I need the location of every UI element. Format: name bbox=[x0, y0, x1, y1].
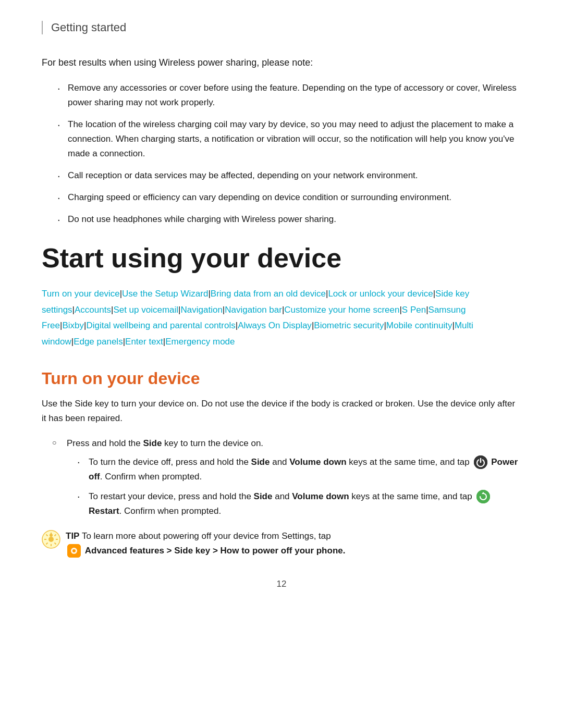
toc-link-edge-panels[interactable]: Edge panels bbox=[74, 337, 123, 347]
toc-link-bring-data[interactable]: Bring data from an old device bbox=[211, 289, 326, 299]
advanced-features-icon bbox=[67, 544, 81, 558]
restart-icon bbox=[476, 490, 490, 503]
sub-steps-list: To turn the device off, press and hold t… bbox=[77, 455, 521, 519]
tip-label: TIP bbox=[66, 531, 79, 541]
toc-link-digital-wellbeing[interactable]: Digital wellbeing and parental controls bbox=[86, 320, 235, 330]
toc-link-enter-text[interactable]: Enter text bbox=[125, 337, 163, 347]
steps-list: Press and hold the Side key to turn the … bbox=[52, 436, 521, 519]
toc-link-nav-bar[interactable]: Navigation bar bbox=[225, 305, 282, 315]
tip-text: To learn more about powering off your de… bbox=[82, 531, 331, 541]
sub-list-item-restart: To restart your device, press and hold t… bbox=[77, 489, 521, 519]
svg-point-13 bbox=[48, 537, 54, 542]
toc-link-bixby[interactable]: Bixby bbox=[62, 320, 84, 330]
power-off-icon bbox=[474, 455, 487, 469]
list-item: Do not use headphones while charging wit… bbox=[57, 212, 521, 227]
bold-volume-down-2: Volume down bbox=[292, 491, 349, 501]
toc-link-setup-wizard[interactable]: Use the Setup Wizard bbox=[122, 289, 208, 299]
page-header: Getting started bbox=[42, 21, 521, 34]
section-title: Start using your device bbox=[42, 242, 521, 274]
list-item: Charging speed or efficiency can vary de… bbox=[57, 190, 521, 205]
tip-box: TIP To learn more about powering off you… bbox=[42, 529, 521, 558]
toc-link-home-screen[interactable]: Customize your home screen bbox=[284, 305, 399, 315]
tip-advanced-text: Advanced features > Side key > How to po… bbox=[85, 546, 346, 556]
restart-label: Restart bbox=[89, 506, 119, 516]
sub-list-item-power-off: To turn the device off, press and hold t… bbox=[77, 455, 521, 484]
tip-icon bbox=[42, 530, 60, 549]
svg-point-16 bbox=[72, 549, 76, 552]
toc-link-spen[interactable]: S Pen bbox=[402, 305, 426, 315]
subsection-body: Use the Side key to turn your device on.… bbox=[42, 397, 521, 426]
circle-list-item: Press and hold the Side key to turn the … bbox=[52, 436, 521, 519]
intro-paragraph: For best results when using Wireless pow… bbox=[42, 55, 521, 70]
toc-link-accounts[interactable]: Accounts bbox=[75, 305, 111, 315]
svg-point-1 bbox=[476, 490, 490, 503]
toc-link-lock-unlock[interactable]: Lock or unlock your device bbox=[328, 289, 433, 299]
bold-side: Side bbox=[143, 438, 162, 448]
toc-link-biometric[interactable]: Biometric security bbox=[314, 320, 384, 330]
list-item: The location of the wireless charging co… bbox=[57, 117, 521, 161]
subsection-title: Turn on your device bbox=[42, 369, 521, 388]
bold-volume-down: Volume down bbox=[289, 457, 346, 467]
bold-side-3: Side bbox=[254, 491, 273, 501]
toc-link-navigation[interactable]: Navigation bbox=[181, 305, 223, 315]
notes-list: Remove any accessories or cover before u… bbox=[57, 81, 521, 227]
toc-link-voicemail[interactable]: Set up voicemail bbox=[113, 305, 178, 315]
toc-link-turn-on[interactable]: Turn on your device bbox=[42, 289, 120, 299]
list-item: Remove any accessories or cover before u… bbox=[57, 81, 521, 110]
header-title: Getting started bbox=[51, 21, 126, 34]
toc-links: Turn on your device|Use the Setup Wizard… bbox=[42, 286, 521, 350]
bold-side-2: Side bbox=[251, 457, 270, 467]
tip-content: TIP To learn more about powering off you… bbox=[66, 529, 345, 558]
toc-link-emergency[interactable]: Emergency mode bbox=[165, 337, 235, 347]
toc-link-always-on[interactable]: Always On Display bbox=[238, 320, 312, 330]
page-number: 12 bbox=[42, 579, 521, 589]
list-item: Call reception or data services may be a… bbox=[57, 168, 521, 183]
toc-link-mobile-continuity[interactable]: Mobile continuity bbox=[386, 320, 452, 330]
